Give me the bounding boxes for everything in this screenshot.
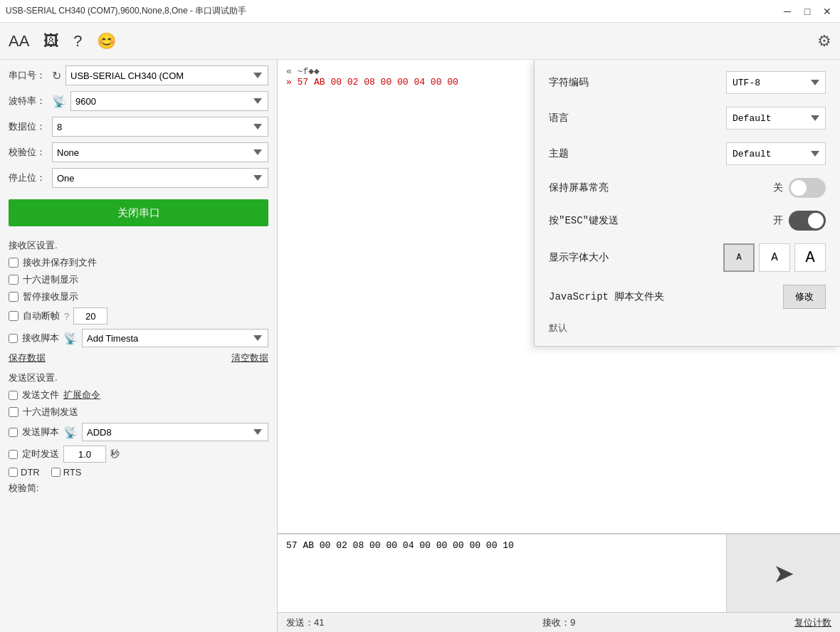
rts-item: RTS	[51, 467, 82, 478]
send-status: 发送：41	[286, 616, 468, 629]
databits-label: 数据位：	[9, 120, 48, 133]
baud-select[interactable]: 9600	[70, 91, 268, 111]
pause-display-label: 暂停接收显示	[23, 290, 78, 303]
port-row: 串口号： ↻ USB-SERIAL CH340 (COM	[9, 65, 268, 85]
baud-icon: 📡	[52, 95, 66, 108]
receive-script-select[interactable]: Add Timesta	[82, 329, 268, 347]
send-count: 41	[314, 617, 324, 628]
send-file-checkbox[interactable]	[9, 391, 18, 400]
send-textarea[interactable]: 57 AB 00 02 08 00 00 04 00 00 00 00 00 1…	[278, 534, 726, 612]
auto-break-checkbox[interactable]	[9, 311, 19, 321]
language-label: 语言	[549, 112, 720, 125]
font-size-small-button[interactable]: A	[723, 243, 755, 272]
send-script-select[interactable]: ADD8	[82, 423, 268, 441]
send-area: 57 AB 00 02 08 00 00 04 00 00 00 00 00 1…	[278, 534, 840, 612]
keep-screen-toggle[interactable]	[789, 178, 826, 198]
send-script-checkbox[interactable]	[9, 428, 18, 437]
gear-icon[interactable]: ⚙	[817, 32, 831, 51]
theme-label: 主题	[549, 147, 720, 160]
send-label: 发送：	[286, 617, 314, 628]
keep-screen-slider	[789, 178, 826, 198]
font-size-group: A A A	[723, 243, 826, 272]
font-size-large-button[interactable]: A	[794, 243, 826, 272]
auto-break-label: 自动断帧	[23, 310, 60, 322]
esc-send-slider	[789, 211, 826, 231]
smiley-icon[interactable]: 😊	[97, 32, 116, 51]
char-encoding-select[interactable]: UTF-8 GBK ASCII	[726, 71, 826, 94]
auto-break-help: ?	[64, 311, 69, 322]
baud-label: 波特率：	[9, 95, 48, 107]
esc-send-label: 按"ESC"键发送	[549, 214, 767, 227]
hex-send-label: 十六进制发送	[23, 406, 78, 418]
pause-display-checkbox[interactable]	[9, 292, 19, 302]
font-size-medium-button[interactable]: A	[759, 243, 790, 272]
right-panel: « ~f◆◆ » 57 AB 00 02 08 00 00 04 00 00 字…	[278, 60, 840, 632]
hex-display-checkbox[interactable]	[9, 275, 19, 285]
toolbar-left: AA 🖼 ? 😊	[9, 32, 116, 51]
font-size-row: 显示字体大小 A A A	[549, 243, 826, 272]
maximize-button[interactable]: □	[800, 4, 814, 19]
window-controls: ─ □ ✕	[780, 4, 834, 19]
save-file-checkbox[interactable]	[9, 258, 19, 268]
close-button[interactable]: ✕	[820, 4, 834, 19]
language-select[interactable]: Default English 中文	[726, 107, 826, 130]
modify-button[interactable]: 修改	[783, 285, 826, 309]
hex-send-row: 十六进制发送	[9, 406, 268, 418]
timer-send-checkbox[interactable]	[9, 450, 18, 459]
help-icon[interactable]: ?	[73, 32, 82, 51]
timer-value-input[interactable]	[63, 446, 106, 463]
action-links: 保存数据 清空数据	[9, 352, 268, 364]
rts-checkbox[interactable]	[51, 468, 61, 477]
auto-break-value[interactable]	[73, 307, 107, 325]
receive-script-checkbox[interactable]	[9, 334, 18, 343]
send-arrow-icon: ➤	[773, 559, 794, 589]
dtr-rts-row: DTR RTS	[9, 467, 268, 478]
toolbar: AA 🖼 ? 😊 ⚙	[0, 23, 840, 60]
settings-panel: 字符编码 UTF-8 GBK ASCII 语言 Default English …	[534, 60, 840, 347]
port-label: 串口号：	[9, 69, 48, 82]
reset-count-item: 复位计数	[650, 616, 831, 629]
script-folder-row: JavaScript 脚本文件夹 修改	[549, 285, 826, 309]
title-bar: USB-SERIAL CH340 (COM7),9600,None,8,One …	[0, 0, 840, 23]
reset-count-button[interactable]: 复位计数	[794, 616, 831, 629]
receive-script-row: 接收脚本 📡 Add Timesta	[9, 329, 268, 347]
auto-break-row: 自动断帧 ?	[9, 307, 268, 325]
send-script-row: 发送脚本 📡 ADD8	[9, 423, 268, 441]
baud-row: 波特率： 📡 9600	[9, 91, 268, 111]
save-file-label: 接收并保存到文件	[23, 256, 97, 269]
theme-select[interactable]: Default Dark Light	[726, 142, 826, 165]
clear-data-button[interactable]: 清空数据	[231, 352, 268, 364]
send-button[interactable]: ➤	[726, 534, 840, 612]
stopbits-select[interactable]: One	[52, 168, 268, 188]
char-encoding-row: 字符编码 UTF-8 GBK ASCII	[549, 71, 826, 94]
expand-cmd-button[interactable]: 扩展命令	[63, 389, 100, 401]
font-icon[interactable]: AA	[9, 32, 29, 51]
stopbits-row: 停止位： One	[9, 168, 268, 188]
parity-row: 校验位： None	[9, 142, 268, 162]
port-select[interactable]: USB-SERIAL CH340 (COM	[65, 65, 268, 85]
databits-select[interactable]: 8	[52, 117, 268, 137]
keep-screen-row: 保持屏幕常亮 关	[549, 178, 826, 198]
pause-display-row: 暂停接收显示	[9, 290, 268, 303]
rts-label: RTS	[63, 467, 82, 478]
theme-row: 主题 Default Dark Light	[549, 142, 826, 165]
status-bar: 发送：41 接收：9 复位计数	[278, 612, 840, 632]
hex-display-row: 十六进制显示	[9, 273, 268, 286]
dtr-checkbox[interactable]	[9, 468, 18, 477]
esc-send-state: 开	[773, 214, 783, 227]
refresh-port-button[interactable]: ↻	[52, 69, 61, 83]
esc-send-toggle[interactable]	[789, 211, 826, 231]
keep-screen-state: 关	[773, 181, 783, 194]
hex-send-checkbox[interactable]	[9, 407, 19, 417]
receive-script-label: 接收脚本	[22, 332, 59, 344]
receive-area: « ~f◆◆ » 57 AB 00 02 08 00 00 04 00 00 字…	[278, 60, 840, 534]
close-port-button[interactable]: 关闭串口	[9, 199, 268, 226]
default-label: 默认	[549, 322, 826, 335]
send-file-label: 发送文件	[22, 389, 59, 401]
image-icon[interactable]: 🖼	[43, 32, 59, 51]
left-panel: 串口号： ↻ USB-SERIAL CH340 (COM 波特率： 📡 9600…	[0, 60, 278, 632]
save-data-button[interactable]: 保存数据	[9, 352, 46, 364]
minimize-button[interactable]: ─	[780, 4, 794, 19]
parity-select[interactable]: None	[52, 142, 268, 162]
script-folder-label: JavaScript 脚本文件夹	[549, 290, 777, 303]
